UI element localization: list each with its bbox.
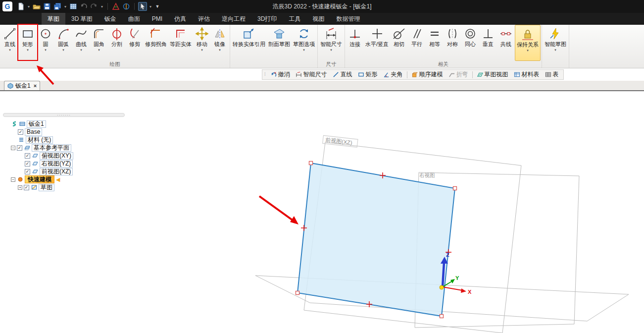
chevron-down-icon[interactable]: ▾ [554, 48, 556, 52]
tool-smart-sketch[interactable]: 智能草图 ▾ [543, 25, 568, 61]
tool-symmetric[interactable]: 对称 [444, 25, 461, 61]
tool-section-sketch[interactable]: 剖面草图 [267, 25, 292, 61]
tab-sheet-metal[interactable]: 钣金 [99, 13, 122, 25]
chevron-down-icon[interactable]: ▾ [9, 48, 11, 52]
tree-top-view-label[interactable]: 俯视图(XY) [40, 152, 73, 160]
tree-front-view-label[interactable]: 前视图(XZ) [40, 168, 73, 175]
tool-horizontal-vertical[interactable]: 水平/竖直 [364, 25, 390, 61]
tab-3d-sketch[interactable]: 3D 草图 [65, 13, 99, 25]
checkbox[interactable]: ✓ [18, 129, 23, 135]
tree-row-quick-model[interactable]: − 快速建模 ◀ [0, 175, 128, 183]
table-view-icon[interactable] [69, 2, 78, 11]
tab-simulation[interactable]: 仿真 [168, 13, 192, 25]
tab-data-management[interactable]: 数据管理 [330, 13, 366, 25]
annotation-style-icon[interactable] [111, 2, 120, 11]
chevron-down-icon[interactable]: ▾ [63, 4, 67, 9]
tree-root-label[interactable]: 钣金1 [27, 120, 46, 128]
tool-sketch-options[interactable]: 草图选项 ▾ [292, 25, 316, 61]
tree-row-top-view[interactable]: ✓ 俯视图(XY) [0, 152, 128, 160]
close-icon[interactable]: × [34, 83, 37, 89]
quickbar-table[interactable]: 表 [543, 70, 561, 79]
select-tool-icon[interactable] [138, 2, 147, 11]
quickbar-bend[interactable]: 折弯 [446, 70, 471, 79]
tree-row-right-view[interactable]: ✓ 右视图(YZ) [0, 160, 128, 167]
collapse-icon[interactable]: − [11, 177, 15, 182]
rollback-arrow-icon[interactable]: ◀ [56, 177, 60, 182]
quickbar-smart-dimension[interactable]: 智能尺寸 [293, 70, 330, 79]
checkbox[interactable]: ✓ [25, 169, 30, 174]
tab-pmi[interactable]: PMI [146, 13, 168, 25]
chevron-down-icon[interactable]: ▾ [45, 48, 47, 52]
tool-mirror[interactable]: 镜像 ▾ [211, 25, 229, 61]
tool-concentric[interactable]: 同心 [461, 25, 479, 61]
toolbar-options-caret-icon[interactable]: ▼ [154, 4, 161, 9]
tool-split[interactable]: 分割 [108, 25, 126, 61]
sketch-rectangle[interactable] [297, 163, 455, 316]
chevron-down-icon[interactable]: ▾ [100, 4, 104, 9]
chevron-down-icon[interactable]: ▾ [201, 48, 203, 52]
tool-line[interactable]: 直线 ▾ [1, 25, 19, 61]
tree-right-view-label[interactable]: 右视图(YZ) [40, 160, 73, 167]
tool-convert-entity[interactable]: 转换实体引用 [231, 25, 267, 61]
tab-view[interactable]: 视图 [306, 13, 330, 25]
chevron-down-icon[interactable]: ▾ [527, 48, 529, 53]
tree-material-label[interactable]: 材料 (无) [26, 136, 53, 144]
chevron-down-icon[interactable]: ▾ [62, 48, 64, 52]
tool-curve[interactable]: 曲线 ▾ [72, 25, 90, 61]
tool-trim[interactable]: 修剪 [126, 25, 144, 61]
quickbar-sketch-view[interactable]: 草图视图 [474, 70, 511, 79]
tool-parallel[interactable]: 平行 [408, 25, 426, 61]
tool-offset-entity[interactable]: 等距实体 [168, 25, 193, 61]
checkbox[interactable]: ✓ [25, 153, 30, 159]
quickbar-ordered-modeling[interactable]: 顺序建模 [409, 70, 446, 79]
tree-sketch-label[interactable]: 草图 [39, 184, 54, 191]
app-logo[interactable]: G [2, 1, 12, 11]
chevron-down-icon[interactable]: ▾ [303, 48, 305, 52]
tool-collinear[interactable]: 共线 [497, 25, 515, 61]
tree-splitter[interactable]: ······· [3, 113, 125, 117]
checkbox[interactable]: ✓ [24, 185, 29, 190]
tool-move[interactable]: 移动 ▾ [193, 25, 211, 61]
quickbar-undo[interactable]: 撤消 [268, 70, 293, 79]
tab-3d-print[interactable]: 3D打印 [251, 13, 283, 25]
tool-smart-dimension[interactable]: 智能尺寸 ▾ [319, 25, 344, 61]
tool-trim-corner[interactable]: 修剪拐角 [144, 25, 168, 61]
tree-base-label[interactable]: Base [25, 128, 42, 136]
chevron-down-icon[interactable]: ▾ [98, 48, 100, 52]
tool-connect[interactable]: 连接 [346, 25, 364, 61]
tab-tools[interactable]: 工具 [283, 13, 306, 25]
tool-equal[interactable]: 相等 [426, 25, 444, 61]
tree-row-root[interactable]: 钣金1 [0, 120, 128, 128]
tab-evaluate[interactable]: 评估 [192, 13, 216, 25]
tool-tangent[interactable]: 相切 [390, 25, 408, 61]
tool-rectangle[interactable]: 矩形 ▾ [19, 25, 37, 61]
collapse-icon[interactable]: − [11, 146, 15, 150]
viewport-canvas[interactable]: 前视图(XZ) 右视图 [128, 91, 644, 333]
expand-icon[interactable]: + [18, 185, 22, 190]
open-file-icon[interactable] [32, 2, 41, 11]
quickbar-material-table[interactable]: 材料表 [511, 70, 542, 79]
quickbar-angle[interactable]: 夹角 [381, 70, 405, 79]
chevron-down-icon[interactable]: ▾ [330, 48, 332, 52]
tree-quick-model-label[interactable]: 快速建模 [25, 175, 54, 183]
tab-reverse-engineering[interactable]: 逆向工程 [216, 13, 251, 25]
tool-keep-relations[interactable]: 保持关系 ▾ [515, 25, 541, 61]
tree-row-material[interactable]: 材料 (无) [0, 136, 128, 144]
tab-sketch[interactable]: 草图 [42, 13, 65, 25]
chevron-down-icon[interactable]: ▾ [27, 4, 31, 9]
tree-row-front-view[interactable]: ✓ 前视图(XZ) [0, 167, 128, 175]
checkbox[interactable]: ✓ [25, 161, 30, 166]
origin-point[interactable] [440, 285, 444, 289]
undo-icon[interactable] [79, 2, 88, 11]
redo-icon[interactable] [90, 2, 99, 11]
chevron-down-icon[interactable]: ▾ [27, 48, 29, 52]
checkbox[interactable]: ✓ [17, 145, 22, 151]
tool-arc[interactable]: 圆弧 ▾ [54, 25, 72, 61]
drag-grip-icon[interactable]: ⁞ [264, 72, 266, 77]
tree-row-base[interactable]: ✓ Base [0, 128, 128, 136]
tree-row-ref-planes[interactable]: − ✓ 基本参考平面 [0, 144, 128, 152]
dimension-style-icon[interactable] [122, 2, 131, 11]
quickbar-line[interactable]: 直线 [330, 70, 355, 79]
chevron-down-icon[interactable]: ▾ [80, 48, 82, 52]
save-all-icon[interactable] [53, 2, 62, 11]
